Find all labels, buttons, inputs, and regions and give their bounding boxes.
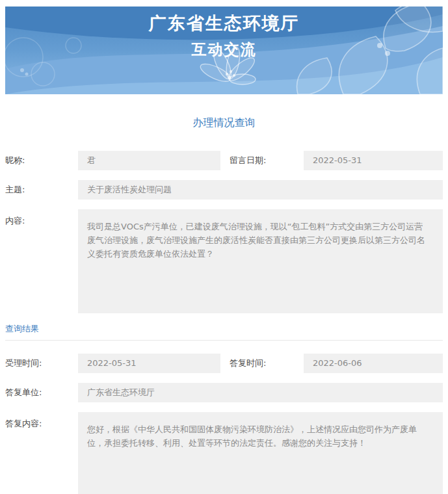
reply-time-field[interactable]: 2022-06-06 (304, 354, 443, 373)
reply-unit-label: 答复单位: (5, 383, 78, 402)
subject-field[interactable]: 关于废活性炭处理问题 (78, 180, 443, 200)
query-result-heading: 查询结果 (5, 323, 443, 335)
nickname-field[interactable]: 君 (78, 151, 220, 170)
content-row: 内容: 我司是总VOCs产污单位，已建设废气治理设施，现以“包工包料”方式交由第… (5, 209, 443, 313)
content-field[interactable]: 我司是总VOCs产污单位，已建设废气治理设施，现以“包工包料”方式交由第三方公司… (78, 209, 443, 313)
section-divider (5, 340, 443, 341)
main-content: 办理情况查询 昵称: 君 留言日期: 2022-05-31 主题: 关于废活性炭… (0, 116, 448, 494)
page-title: 办理情况查询 (5, 116, 443, 129)
query-form: 昵称: 君 留言日期: 2022-05-31 主题: 关于废活性炭处理问题 内容… (5, 151, 443, 313)
nickname-label: 昵称: (5, 151, 78, 170)
nickname-row: 昵称: 君 留言日期: 2022-05-31 (5, 151, 443, 170)
subject-row: 主题: 关于废活性炭处理问题 (5, 180, 443, 200)
reply-time-label: 答复时间: (220, 354, 304, 373)
site-title: 广东省生态环境厅 (5, 12, 443, 34)
message-date-field[interactable]: 2022-05-31 (304, 151, 443, 170)
times-row: 受理时间: 2022-05-31 答复时间: 2022-06-06 (5, 354, 443, 373)
reply-content-label: 答复内容: (5, 412, 78, 494)
banner-subtitle: 互动交流 (5, 40, 443, 59)
banner-text: 广东省生态环境厅 互动交流 (5, 12, 443, 59)
message-date-label: 留言日期: (220, 151, 304, 170)
reply-unit-row: 答复单位: 广东省生态环境厅 (5, 383, 443, 402)
accept-time-label: 受理时间: (5, 354, 78, 373)
accept-time-field[interactable]: 2022-05-31 (78, 354, 220, 373)
content-label: 内容: (5, 209, 78, 313)
query-result-section: 受理时间: 2022-05-31 答复时间: 2022-06-06 答复单位: … (5, 354, 443, 494)
page: 广东省生态环境厅 互动交流 办理情况查询 昵称: 君 留言日期: 2022-05… (0, 0, 448, 494)
reply-unit-field[interactable]: 广东省生态环境厅 (78, 383, 443, 402)
reply-content-field[interactable]: 您好，根据《中华人民共和国固体废物污染环境防治法》，上述情况应由您司作为产废单位… (78, 412, 443, 494)
subject-label: 主题: (5, 180, 78, 200)
header-banner: 广东省生态环境厅 互动交流 (5, 6, 443, 94)
reply-content-row: 答复内容: 您好，根据《中华人民共和国固体废物污染环境防治法》，上述情况应由您司… (5, 412, 443, 494)
